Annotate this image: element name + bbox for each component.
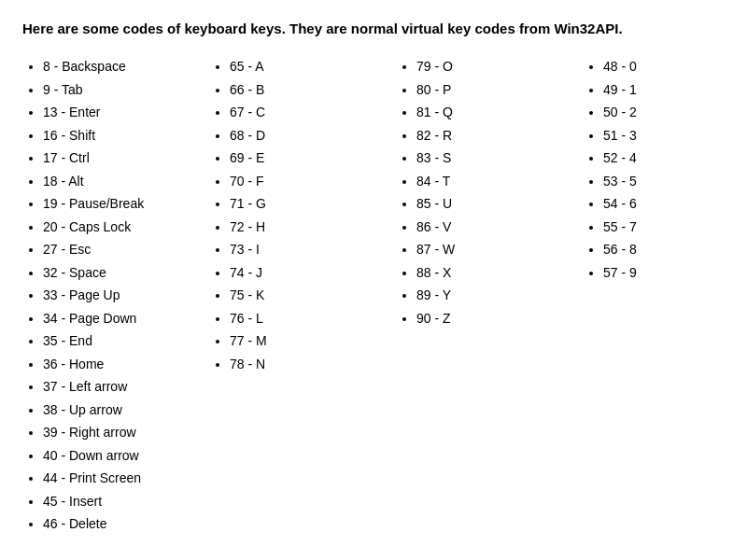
list-item: 67 - C xyxy=(230,101,396,124)
list-item: 39 - Right arrow xyxy=(43,421,209,444)
list-item: 45 - Insert xyxy=(43,490,209,513)
list-item: 48 - 0 xyxy=(603,55,747,78)
list-item: 77 - M xyxy=(230,329,396,353)
list-item: 55 - 7 xyxy=(603,216,747,239)
list-item: 19 - Pause/Break xyxy=(43,192,209,216)
list-item: 80 - P xyxy=(416,78,583,102)
list-item: 16 - Shift xyxy=(43,124,209,147)
list-item: 8 - Backspace xyxy=(43,55,209,78)
key-codes-list-0: 8 - Backspace9 - Tab13 - Enter16 - Shift… xyxy=(22,55,209,536)
list-item: 35 - End xyxy=(43,329,209,353)
page-title: Here are some codes of keyboard keys. Th… xyxy=(22,19,725,38)
list-item: 51 - 3 xyxy=(603,124,747,147)
list-item: 76 - L xyxy=(230,307,396,330)
list-item: 85 - U xyxy=(416,192,583,216)
list-item: 17 - Ctrl xyxy=(43,147,209,170)
list-item: 36 - Home xyxy=(43,353,209,376)
list-item: 83 - S xyxy=(416,147,583,170)
key-codes-list-2: 79 - O80 - P81 - Q82 - R83 - S84 - T85 -… xyxy=(396,55,583,329)
list-item: 72 - H xyxy=(230,216,396,239)
list-item: 44 - Print Screen xyxy=(43,467,209,490)
list-item: 84 - T xyxy=(416,170,583,193)
key-codes-columns: 8 - Backspace9 - Tab13 - Enter16 - Shift… xyxy=(22,55,725,536)
list-item: 74 - J xyxy=(230,261,396,285)
list-item: 56 - 8 xyxy=(603,238,747,261)
list-item: 86 - V xyxy=(416,216,583,239)
list-item: 18 - Alt xyxy=(43,170,209,193)
list-item: 52 - 4 xyxy=(603,147,747,170)
key-codes-column-3: 48 - 049 - 150 - 251 - 352 - 453 - 554 -… xyxy=(583,55,747,284)
list-item: 73 - I xyxy=(230,238,396,261)
list-item: 32 - Space xyxy=(43,261,209,285)
list-item: 33 - Page Up xyxy=(43,284,209,307)
list-item: 65 - A xyxy=(230,55,396,78)
key-codes-column-1: 65 - A66 - B67 - C68 - D69 - E70 - F71 -… xyxy=(209,55,396,375)
list-item: 90 - Z xyxy=(416,307,583,330)
list-item: 53 - 5 xyxy=(603,170,747,193)
key-codes-list-1: 65 - A66 - B67 - C68 - D69 - E70 - F71 -… xyxy=(209,55,396,375)
list-item: 38 - Up arrow xyxy=(43,399,209,422)
list-item: 49 - 1 xyxy=(603,78,747,102)
list-item: 37 - Left arrow xyxy=(43,375,209,399)
list-item: 40 - Down arrow xyxy=(43,444,209,468)
list-item: 9 - Tab xyxy=(43,78,209,102)
list-item: 78 - N xyxy=(230,353,396,376)
list-item: 66 - B xyxy=(230,78,396,102)
list-item: 88 - X xyxy=(416,261,583,285)
list-item: 89 - Y xyxy=(416,284,583,307)
list-item: 71 - G xyxy=(230,192,396,216)
list-item: 75 - K xyxy=(230,284,396,307)
list-item: 81 - Q xyxy=(416,101,583,124)
list-item: 87 - W xyxy=(416,238,583,261)
list-item: 13 - Enter xyxy=(43,101,209,124)
list-item: 57 - 9 xyxy=(603,261,747,285)
list-item: 68 - D xyxy=(230,124,396,147)
list-item: 50 - 2 xyxy=(603,101,747,124)
list-item: 69 - E xyxy=(230,147,396,170)
list-item: 79 - O xyxy=(416,55,583,78)
list-item: 20 - Caps Lock xyxy=(43,216,209,239)
list-item: 70 - F xyxy=(230,170,396,193)
key-codes-list-3: 48 - 049 - 150 - 251 - 352 - 453 - 554 -… xyxy=(583,55,747,284)
list-item: 82 - R xyxy=(416,124,583,147)
list-item: 46 - Delete xyxy=(43,512,209,536)
key-codes-column-0: 8 - Backspace9 - Tab13 - Enter16 - Shift… xyxy=(22,55,209,536)
list-item: 27 - Esc xyxy=(43,238,209,261)
key-codes-column-2: 79 - O80 - P81 - Q82 - R83 - S84 - T85 -… xyxy=(396,55,583,329)
list-item: 54 - 6 xyxy=(603,192,747,216)
list-item: 34 - Page Down xyxy=(43,307,209,330)
